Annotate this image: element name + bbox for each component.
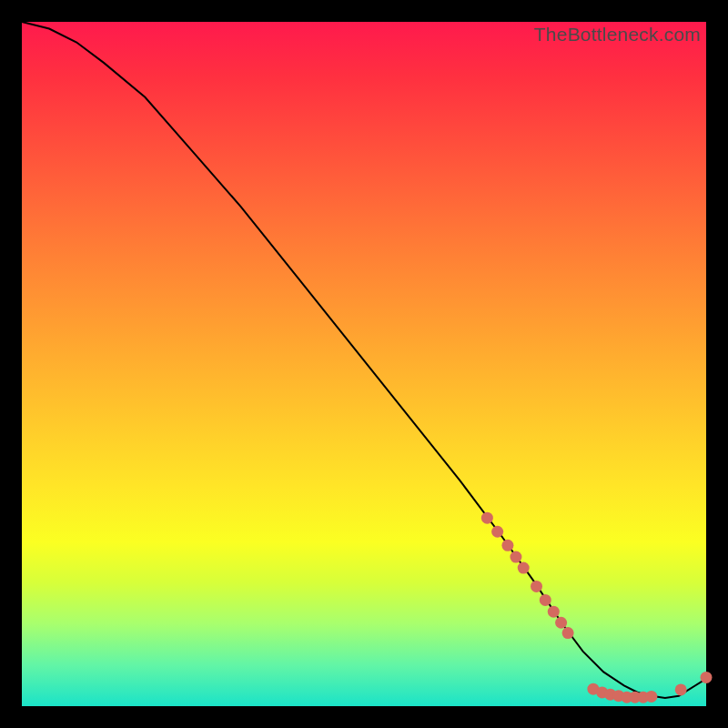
- bottleneck-curve: [22, 22, 706, 698]
- curve-marker: [548, 606, 560, 618]
- curve-marker: [510, 551, 521, 563]
- curve-marker: [562, 627, 574, 639]
- curve-markers: [481, 512, 713, 703]
- curve-marker: [675, 683, 687, 695]
- curve-marker: [501, 540, 513, 551]
- curve-marker: [531, 581, 542, 592]
- curve-marker: [518, 562, 530, 574]
- curve-marker: [491, 526, 503, 538]
- chart-gradient-background: TheBottleneck.com: [22, 22, 706, 706]
- curve-marker: [645, 691, 657, 703]
- curve-marker: [701, 672, 713, 683]
- curve-marker: [555, 617, 567, 629]
- chart-svg: [22, 22, 706, 706]
- curve-marker: [481, 512, 493, 524]
- curve-marker: [540, 594, 551, 606]
